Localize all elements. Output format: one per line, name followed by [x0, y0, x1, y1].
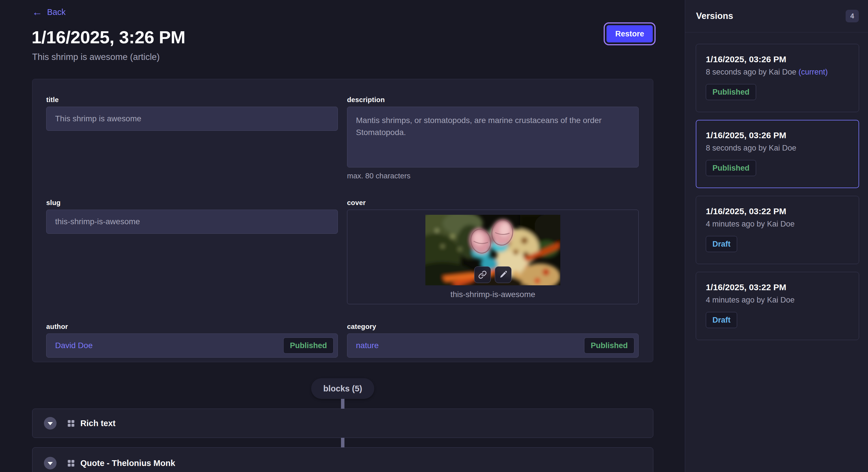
cover-media-box: this-shrimp-is-awesome [347, 210, 639, 304]
accordion-toggle-button[interactable] [44, 457, 57, 469]
copy-link-button[interactable] [474, 266, 491, 283]
version-time: 1/16/2025, 03:26 PM [706, 131, 849, 140]
pencil-icon [499, 270, 507, 279]
author-label: author [46, 323, 338, 331]
block-accordion-rich-text[interactable]: Rich text [32, 409, 653, 438]
version-meta: 4 minutes ago by Kai Doe [706, 296, 849, 305]
version-card-selected[interactable]: 1/16/2025, 03:26 PM 8 seconds ago by Kai… [696, 120, 859, 188]
versions-heading: Versions [696, 11, 733, 21]
field-category: category nature Published [347, 323, 639, 358]
block-title: Quote - Thelonius Monk [81, 459, 175, 468]
breadcrumb: ← Back [0, 0, 685, 17]
description-textarea: Mantis shrimps, or stomatopods, are mari… [347, 107, 639, 167]
back-arrow-icon: ← [32, 7, 42, 17]
field-slug: slug [46, 199, 338, 234]
versions-list: 1/16/2025, 03:26 PM 8 seconds ago by Kai… [685, 32, 868, 340]
description-hint: max. 80 characters [347, 171, 639, 180]
title-label: title [46, 96, 338, 104]
field-title: title [46, 96, 338, 131]
block-title: Rich text [81, 419, 115, 428]
link-icon [478, 270, 487, 279]
version-time: 1/16/2025, 03:22 PM [706, 206, 849, 216]
version-card[interactable]: 1/16/2025, 03:22 PM 4 minutes ago by Kai… [696, 196, 859, 264]
chevron-down-icon [48, 422, 53, 425]
component-grid-icon [67, 460, 74, 467]
dynamic-zone-blocks: blocks (5) Rich text [32, 362, 653, 472]
versions-count-badge: 4 [846, 10, 859, 22]
version-time: 1/16/2025, 03:26 PM [706, 55, 849, 64]
block-connector-line [341, 399, 344, 409]
version-card[interactable]: 1/16/2025, 03:22 PM 4 minutes ago by Kai… [696, 272, 859, 340]
cover-caption: this-shrimp-is-awesome [451, 290, 535, 299]
category-status-badge: Published [584, 338, 634, 353]
versions-header: Versions 4 [685, 0, 868, 32]
accordion-toggle-button[interactable] [44, 417, 57, 430]
category-relation-box: nature Published [347, 334, 639, 358]
cover-label: cover [347, 199, 639, 207]
version-meta: 8 seconds ago by Kai Doe [706, 144, 849, 153]
version-card[interactable]: 1/16/2025, 03:26 PM 8 seconds ago by Kai… [696, 44, 859, 112]
edit-media-button[interactable] [495, 266, 512, 283]
main-content: ← Back 1/16/2025, 3:26 PM This shrimp is… [0, 0, 685, 472]
slug-label: slug [46, 199, 338, 207]
field-description: description Mantis shrimps, or stomatopo… [347, 96, 639, 180]
component-grid-icon [67, 420, 74, 427]
version-time: 1/16/2025, 03:22 PM [706, 282, 849, 292]
field-cover: cover [347, 199, 639, 304]
versions-sidebar: Versions 4 1/16/2025, 03:26 PM 8 seconds… [685, 0, 868, 472]
page-subtitle: This shrimp is awesome (article) [32, 52, 685, 62]
category-relation-link[interactable]: nature [356, 341, 379, 350]
block-accordion-quote[interactable]: Quote - Thelonius Monk [32, 447, 653, 472]
description-label: description [347, 96, 639, 104]
version-meta: 8 seconds ago by Kai Doe (current) [706, 68, 849, 76]
chevron-down-icon [48, 462, 53, 465]
blocks-count-pill: blocks (5) [311, 378, 374, 399]
version-status-badge: Published [706, 84, 756, 100]
version-status-badge: Published [706, 160, 756, 176]
version-status-badge: Draft [706, 236, 737, 252]
title-input [46, 107, 338, 131]
cover-image [425, 215, 560, 285]
version-current-label: (current) [799, 68, 828, 76]
cover-image-actions [474, 266, 512, 283]
version-meta: 4 minutes ago by Kai Doe [706, 220, 849, 229]
field-author: author David Doe Published [46, 323, 338, 358]
author-relation-box: David Doe Published [46, 334, 338, 358]
back-link[interactable]: Back [47, 7, 65, 17]
category-label: category [347, 323, 639, 331]
restore-button[interactable]: Restore [607, 25, 653, 42]
slug-input [46, 210, 338, 234]
block-connector-line [341, 438, 344, 447]
version-meta-text: 8 seconds ago by Kai Doe [706, 68, 796, 76]
author-status-badge: Published [283, 338, 334, 353]
version-status-badge: Draft [706, 312, 737, 328]
version-form-card: title description Mantis shrimps, or sto… [32, 79, 653, 362]
author-relation-link[interactable]: David Doe [55, 341, 93, 350]
page-title: 1/16/2025, 3:26 PM [32, 27, 685, 47]
